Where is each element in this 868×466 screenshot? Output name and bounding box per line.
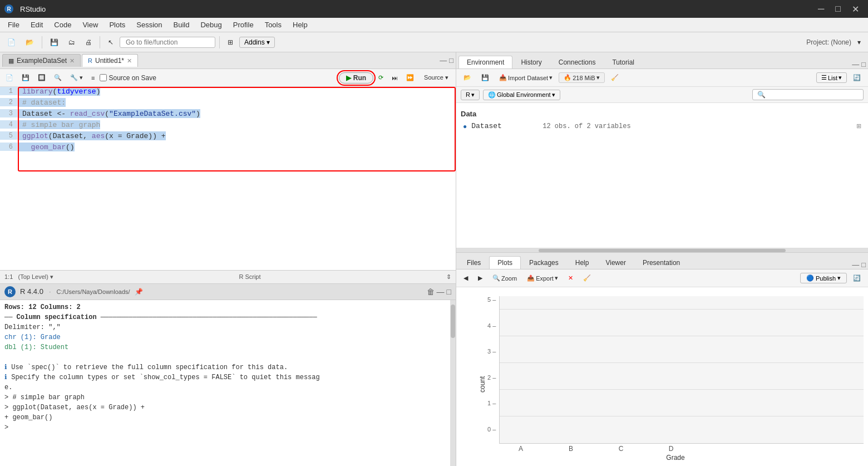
code-line-4: 4 # simple bar graph (0, 120, 456, 131)
next-plot-button[interactable]: ▶ (474, 273, 486, 283)
tab-connections[interactable]: Connections (550, 56, 604, 68)
plot-tabs: Files Plots Packages Help Viewer Present… (456, 253, 868, 269)
refresh-plot-button[interactable]: 🔄 (849, 273, 865, 283)
minimize-editor-button[interactable]: — (440, 56, 447, 65)
step-button[interactable]: ⏩ (403, 72, 417, 83)
clear-console-button[interactable]: 🗑 (427, 287, 435, 296)
menu-edit[interactable]: Edit (25, 19, 48, 30)
source-on-save-checkbox[interactable] (100, 74, 107, 81)
maximize-editor-button[interactable]: □ (449, 56, 453, 65)
tab-environment[interactable]: Environment (458, 56, 512, 68)
expand-icon[interactable]: ⊞ (856, 122, 861, 130)
maximize-plot-button[interactable]: □ (861, 261, 866, 269)
menu-debug[interactable]: Debug (195, 19, 227, 30)
show-in-window-button[interactable]: 🔲 (34, 72, 49, 83)
x-label-D: D (654, 445, 688, 453)
import-dataset-button[interactable]: 📥 Import Dataset ▾ (495, 72, 556, 83)
tab-example-dataset[interactable]: ▦ ExampleDataSet ✕ (2, 54, 81, 67)
find-button[interactable]: 🔍 (51, 72, 65, 83)
goto-input[interactable] (120, 37, 215, 48)
plot-toolbar: ◀ ▶ 🔍 Zoom 📤 Export ▾ ✕ 🧹 (456, 269, 868, 287)
minimize-plot-button[interactable]: — (852, 261, 859, 269)
remove-plot-button[interactable]: ✕ (564, 273, 577, 283)
workspace-icon-btn[interactable]: ⊞ (224, 37, 237, 48)
tab-presentation[interactable]: Presentation (634, 256, 688, 269)
refresh-env-button[interactable]: 🔄 (849, 72, 865, 83)
go-back-button[interactable]: ↖ (104, 37, 117, 48)
tab-viewer[interactable]: Viewer (597, 256, 634, 269)
publish-button[interactable]: 🔵 Publish ▾ (800, 273, 847, 283)
close-tab-1-icon[interactable]: ✕ (70, 57, 75, 65)
menu-profile[interactable]: Profile (228, 19, 259, 30)
tab-help[interactable]: Help (567, 256, 598, 269)
code-editor[interactable]: 1 library(tidyverse) 2 # dataset: 3 Data… (0, 87, 456, 270)
line-num-2: 2 (0, 98, 18, 106)
tab-tutorial[interactable]: Tutorial (604, 56, 643, 68)
env-row-dataset[interactable]: ● Dataset 12 obs. of 2 variables ⊞ (461, 120, 864, 132)
prev-plot-button[interactable]: ◀ (460, 273, 472, 283)
minimize-env-button[interactable]: — (852, 60, 859, 68)
environment-pane: Environment History Connections Tutorial… (456, 52, 868, 253)
new-file-button[interactable]: 📄 (3, 37, 19, 48)
y-tick-3: 3 – (487, 348, 496, 355)
open-file-button[interactable]: 📂 (22, 37, 38, 48)
console-scrollbar[interactable] (450, 300, 456, 467)
maximize-button[interactable]: □ (831, 3, 845, 16)
script-type: R Script (239, 273, 260, 280)
save-script-button[interactable]: 💾 (18, 72, 33, 83)
re-run-button[interactable]: ⟳ (375, 72, 387, 83)
export-button[interactable]: 📤 Export ▾ (523, 273, 562, 283)
new-script-button[interactable]: 📄 (2, 72, 17, 83)
addins-button[interactable]: Addins ▾ (239, 37, 275, 48)
code-tools-button[interactable]: 🔧 ▾ (67, 72, 86, 83)
menu-bar: File Edit Code View Plots Session Build … (0, 18, 868, 32)
minimize-console-button[interactable]: — (437, 287, 445, 296)
close-tab-2-icon[interactable]: ✕ (127, 57, 132, 65)
global-env-selector[interactable]: 🌐 Global Environment ▾ (483, 90, 560, 100)
line-num-5: 5 (0, 131, 18, 140)
list-view-button[interactable]: ☰ List ▾ (816, 72, 847, 83)
menu-code[interactable]: Code (48, 19, 77, 30)
zoom-button[interactable]: 🔍 Zoom (489, 273, 521, 283)
project-button[interactable]: ▾ (854, 37, 865, 48)
load-workspace-button[interactable]: 📂 (460, 72, 475, 83)
minimize-button[interactable]: ─ (813, 3, 828, 16)
clear-plots-button[interactable]: 🧹 (579, 273, 595, 283)
tab-files[interactable]: Files (458, 256, 489, 269)
tab-plots[interactable]: Plots (489, 256, 521, 269)
app-title: RStudio (20, 5, 46, 13)
skip-button[interactable]: ⏭ (388, 73, 401, 83)
tab-history[interactable]: History (512, 56, 550, 68)
save-all-button[interactable]: 🗂 (65, 37, 79, 48)
tab-untitled1[interactable]: R Untitled1* ✕ (82, 54, 138, 67)
env-tabs: Environment History Connections Tutorial… (456, 52, 868, 69)
save-button[interactable]: 💾 (46, 37, 62, 48)
menu-view[interactable]: View (77, 19, 103, 30)
console-row-prompt2: > ggplot(Dataset, aes(x = Grade)) + (4, 403, 446, 413)
save-workspace-button[interactable]: 💾 (477, 72, 493, 83)
r-version-selector[interactable]: R ▾ (461, 90, 480, 100)
source-button[interactable]: Source ▾ (419, 72, 453, 83)
menu-build[interactable]: Build (168, 19, 195, 30)
menu-help[interactable]: Help (287, 19, 313, 30)
menu-session[interactable]: Session (131, 19, 167, 30)
tab-packages[interactable]: Packages (521, 256, 567, 269)
menu-tools[interactable]: Tools (259, 19, 287, 30)
close-button[interactable]: ✕ (847, 3, 864, 16)
menu-plots[interactable]: Plots (103, 19, 131, 30)
run-button[interactable]: ▶ Run (339, 72, 373, 84)
console-body[interactable]: Rows: 12 Columns: 2 ── Column specificat… (0, 300, 450, 467)
clear-env-button[interactable]: 🧹 (607, 72, 623, 83)
menu-file[interactable]: File (2, 19, 25, 30)
line-num-3: 3 (0, 109, 18, 117)
r-version: R 4.4.0 (20, 287, 43, 296)
maximize-env-button[interactable]: □ (861, 60, 866, 68)
env-scrollbar[interactable] (456, 248, 868, 252)
title-bar-controls[interactable]: ─ □ ✕ (813, 3, 864, 16)
console-row-prompt1: > # simple bar graph (4, 393, 446, 403)
maximize-console-button[interactable]: □ (447, 287, 451, 296)
print-button[interactable]: 🖨 (81, 37, 96, 48)
more-button[interactable]: ≡ (88, 73, 98, 83)
source-on-save-label[interactable]: Source on Save (100, 74, 156, 82)
env-search-input[interactable] (752, 89, 864, 100)
